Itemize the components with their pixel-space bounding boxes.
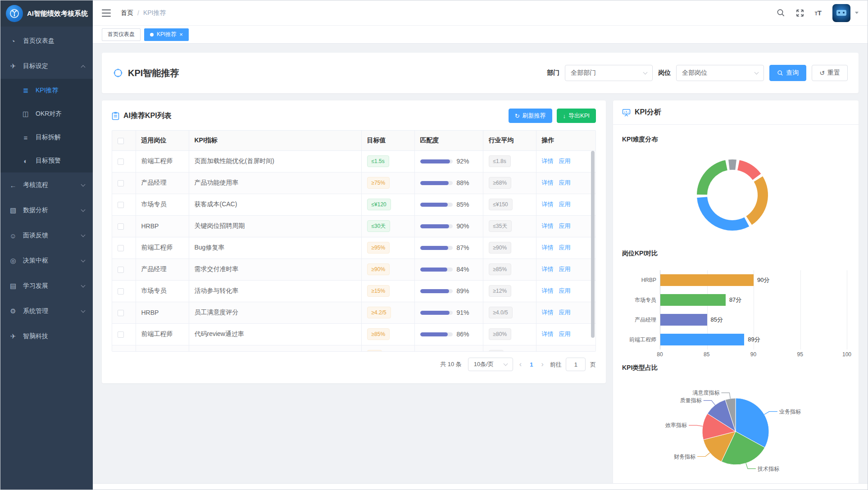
goto-page: 前往 页 (550, 358, 596, 371)
current-page[interactable]: 1 (530, 361, 533, 368)
col-post: 适用岗位 (136, 131, 189, 150)
x-tick-label: 85 (704, 351, 709, 358)
industry-badge: ≥80% (489, 328, 512, 340)
sidebar-item-goal-warning[interactable]: ◐ 目标预警 (0, 149, 93, 172)
bar-value-label: 85分 (711, 316, 723, 324)
row-checkbox[interactable] (118, 202, 124, 208)
sidebar-item-label: 首页仪表盘 (23, 37, 55, 45)
sidebar-item-dashboard[interactable]: ◔ 首页仪表盘 (0, 28, 93, 54)
sidebar-item-data-analysis[interactable]: ▧ 数据分析 (0, 198, 93, 223)
apply-link[interactable]: 应用 (559, 287, 571, 294)
prev-page-icon[interactable]: ‹ (519, 360, 522, 368)
page-size-select[interactable]: 10条/页 (468, 358, 513, 371)
detail-link[interactable]: 详情 (542, 331, 554, 337)
detail-link[interactable]: 详情 (542, 266, 554, 272)
bar-row: 89分 (660, 330, 847, 349)
kpi-table: 适用岗位 KPI指标 目标值 匹配度 行业平均 操作 前端工程师页面加载性能优化… (112, 130, 596, 352)
sidebar-item-kpi-recommend[interactable]: ≣ KPI推荐 (0, 79, 93, 102)
reset-button[interactable]: ↺ 重置 (812, 65, 848, 81)
search-button[interactable]: 查询 (769, 65, 806, 81)
sidebar-item-label: 目标设定 (23, 62, 48, 70)
donut-segment-segment-red (737, 160, 761, 180)
sidebar-item-assess-flow[interactable]: ← 考核流程 (0, 172, 93, 198)
chevron-down-icon (81, 208, 86, 212)
select-all-checkbox[interactable] (118, 138, 124, 144)
sidebar-item-label: 数据分析 (23, 206, 48, 214)
apply-link[interactable]: 应用 (559, 201, 571, 208)
bar (660, 314, 707, 326)
detail-link[interactable]: 详情 (542, 179, 554, 186)
scrollbar-thumb[interactable] (591, 151, 595, 338)
tab-label: 首页仪表盘 (108, 31, 135, 38)
cell-kpi: 员工满意度评分 (189, 302, 361, 323)
table-row: 市场专员活动参与转化率≥15%89%≥12%详情应用 (112, 280, 595, 302)
sidebar-item-goal-split[interactable]: ≡ 目标拆解 (0, 126, 93, 149)
industry-badge: ≥4.0/5 (489, 307, 513, 318)
table-row: 前端工程师Bug修复率≥95%87%≥90%详情应用 (112, 237, 595, 259)
sidebar-item-system-admin[interactable]: ⚙ 系统管理 (0, 299, 93, 324)
apply-link[interactable]: 应用 (559, 179, 571, 186)
fullscreen-icon[interactable] (796, 9, 804, 17)
row-checkbox[interactable] (118, 267, 124, 273)
apply-link[interactable]: 应用 (559, 309, 571, 316)
x-tick-label: 90 (750, 351, 756, 358)
cell-kpi: 产品功能使用率 (189, 172, 361, 194)
tab-kpi-recommend[interactable]: KPI推荐 × (144, 28, 189, 41)
sidebar-item-label: 考核流程 (23, 181, 48, 189)
row-checkbox[interactable] (118, 159, 124, 165)
apply-link[interactable]: 应用 (559, 244, 571, 251)
search-icon[interactable] (777, 9, 785, 17)
sidebar-item-interview-feedback[interactable]: ☺ 面谈反馈 (0, 223, 93, 248)
detail-link[interactable]: 详情 (542, 244, 554, 251)
export-kpi-button[interactable]: ↓ 导出KPI (557, 109, 596, 123)
cell-kpi: 获客成本(CAC) (189, 194, 361, 215)
row-checkbox[interactable] (118, 223, 124, 230)
detail-link[interactable]: 详情 (542, 222, 554, 229)
aim-icon (113, 68, 123, 78)
breadcrumb-home[interactable]: 首页 (121, 9, 133, 17)
collapse-sidebar-icon[interactable] (102, 9, 111, 17)
post-kpi-bar-chart: HRBP市场专员产品经理前端工程师 90分87分85分89分 808590951… (622, 270, 850, 359)
row-checkbox[interactable] (118, 180, 124, 186)
row-checkbox[interactable] (118, 310, 124, 316)
next-page-icon[interactable]: › (541, 360, 543, 368)
refresh-recommend-button[interactable]: ↻ 刷新推荐 (509, 109, 552, 123)
dept-select[interactable]: 全部部门 (565, 65, 653, 81)
chevron-down-icon (81, 233, 86, 237)
apply-link[interactable]: 应用 (559, 266, 571, 272)
chevron-down-icon (81, 182, 86, 187)
sidebar-item-decision-center[interactable]: ◎ 决策中枢 (0, 248, 93, 273)
pie-label: 质量指标 (680, 397, 702, 404)
sidebar-item-goal-setting[interactable]: ✈ 目标设定 (0, 54, 93, 79)
page-title: KPI智能推荐 (113, 67, 179, 79)
user-avatar[interactable] (832, 4, 850, 22)
pie-label-line (689, 425, 703, 426)
post-select[interactable]: 全部岗位 (676, 65, 764, 81)
font-size-icon[interactable]: TT (815, 9, 822, 17)
detail-link[interactable]: 详情 (542, 201, 554, 208)
clipboard-icon (112, 112, 119, 120)
tab-dashboard[interactable]: 首页仪表盘 (102, 28, 141, 41)
sidebar-item-learning[interactable]: ▤ 学习发展 (0, 273, 93, 299)
goto-page-input[interactable] (566, 358, 586, 371)
table-row-partial (112, 345, 595, 352)
detail-link[interactable]: 详情 (542, 287, 554, 294)
flow-icon: ← (9, 181, 18, 189)
sidebar-item-zhinao-tech[interactable]: ✈ 智脑科技 (0, 324, 93, 349)
donut-chart-title: KPI难度分布 (622, 136, 850, 144)
detail-link[interactable]: 详情 (542, 309, 554, 316)
row-checkbox[interactable] (118, 288, 124, 295)
row-checkbox[interactable] (118, 331, 124, 338)
sidebar-item-okr-align[interactable]: ◫ OKR对齐 (0, 102, 93, 126)
pie-label-line (697, 453, 710, 456)
apply-link[interactable]: 应用 (559, 331, 571, 337)
pie-label: 财务指标 (674, 454, 696, 460)
detail-link[interactable]: 详情 (542, 158, 554, 164)
avatar-dropdown-caret-icon[interactable] (855, 12, 859, 14)
cell-post: 前端工程师 (136, 323, 189, 345)
close-tab-icon[interactable]: × (179, 32, 183, 37)
row-checkbox[interactable] (118, 245, 124, 251)
apply-link[interactable]: 应用 (559, 222, 571, 229)
apply-link[interactable]: 应用 (559, 158, 571, 164)
app-window: AI智能绩效考核系统 ◔ 首页仪表盘 ✈ 目标设定 ≣ KPI推荐 ◫ OKR对… (0, 0, 868, 490)
